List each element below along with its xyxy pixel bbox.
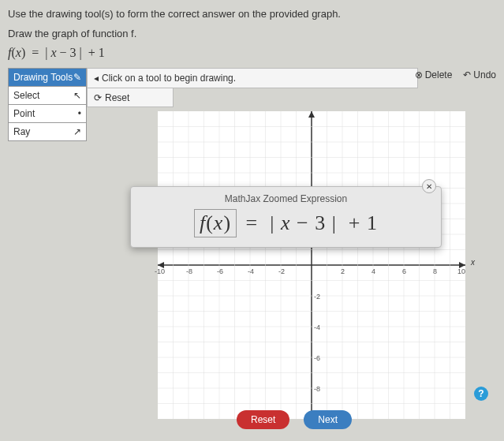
grid-lines: [158, 111, 465, 419]
tick-x-neg6: -6: [217, 267, 223, 275]
tick-y-neg2: -2: [314, 293, 320, 301]
instruction-text: Use the drawing tool(s) to form the corr…: [8, 8, 496, 20]
drawing-tools-panel: Drawing Tools ✎ Select ↖ Point • Ray ↗: [8, 68, 87, 141]
delete-icon: ⊗: [415, 69, 423, 80]
tool-ray-label: Ray: [13, 126, 30, 137]
zoom-expression: f(x) = | x − 3 | + 1: [131, 209, 441, 237]
tool-select-label: Select: [13, 90, 39, 101]
ray-icon: ↗: [73, 126, 81, 137]
delete-button[interactable]: ⊗Delete: [415, 69, 453, 80]
point-icon: •: [78, 108, 81, 119]
tick-y-neg8: -8: [314, 385, 320, 393]
close-icon[interactable]: ✕: [422, 179, 436, 193]
delete-label: Delete: [425, 69, 453, 80]
tick-x-2: 2: [341, 267, 345, 275]
graph-area[interactable]: -10 -8 -6 -4 -2 2 4 6 8 10 2 -2 -4 -6 -8…: [158, 111, 465, 419]
zoom-rest: = | x − 3 | + 1: [246, 211, 378, 234]
tools-header-label: Drawing Tools: [13, 72, 73, 83]
reset-label: Reset: [105, 92, 129, 103]
pencil-icon: ✎: [73, 72, 81, 83]
caret-left-icon: ◂: [94, 73, 99, 84]
formula-text: f(x) = | x − 3 | + 1: [8, 46, 496, 60]
tick-x-4: 4: [371, 267, 375, 275]
toolbar-hint: Click on a tool to begin drawing.: [102, 73, 411, 84]
help-icon[interactable]: ?: [474, 387, 488, 401]
tool-point-label: Point: [13, 108, 35, 119]
drawing-tools-header: Drawing Tools ✎: [9, 69, 86, 86]
tick-x-neg2: -2: [278, 267, 285, 275]
tool-point[interactable]: Point •: [9, 104, 86, 122]
zoom-title: MathJax Zoomed Expression: [131, 193, 441, 204]
tick-x-neg10: -10: [155, 267, 165, 275]
tool-ray[interactable]: Ray ↗: [9, 122, 86, 140]
tick-x-10: 10: [457, 267, 465, 275]
reset-icon: ⟳: [94, 92, 102, 103]
top-toolbar: ◂ Click on a tool to begin drawing.: [87, 68, 418, 88]
undo-button[interactable]: ↶Undo: [463, 69, 496, 80]
tick-y-neg6: -6: [314, 354, 320, 362]
mathjax-zoom-popup: ✕ MathJax Zoomed Expression f(x) = | x −…: [130, 186, 442, 248]
tick-x-6: 6: [402, 267, 406, 275]
reset-button[interactable]: Reset: [237, 410, 289, 429]
zoom-fx: f(x): [194, 209, 237, 237]
tool-select[interactable]: Select ↖: [9, 86, 86, 104]
undo-label: Undo: [473, 69, 496, 80]
prompt-text: Draw the graph of function f.: [8, 28, 496, 39]
reset-row[interactable]: ⟳ Reset: [87, 88, 174, 107]
tick-x-neg4: -4: [248, 267, 254, 275]
tick-y-neg4: -4: [314, 323, 320, 331]
tick-x-neg8: -8: [186, 267, 192, 275]
tick-x-8: 8: [433, 267, 437, 275]
cursor-icon: ↖: [73, 90, 81, 101]
next-button[interactable]: Next: [304, 410, 352, 429]
undo-icon: ↶: [463, 69, 471, 80]
axis-label-x: x: [471, 258, 475, 267]
